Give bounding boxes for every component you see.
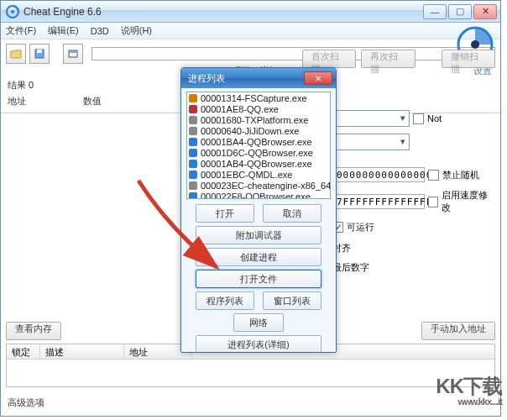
process-icon xyxy=(189,94,197,102)
window-title: Cheat Engine 6.6 xyxy=(24,6,423,18)
process-label: 00001314-FSCapture.exe xyxy=(201,93,307,103)
watermark: KK下载 www.kkx....it xyxy=(436,373,502,407)
maximize-button[interactable]: ▢ xyxy=(448,4,472,19)
process-label: 00001680-TXPlatform.exe xyxy=(201,115,308,125)
process-label: 00001BA4-QQBrowser.exe xyxy=(201,137,312,147)
range-start-input[interactable]: 0000000000000000 xyxy=(332,167,425,182)
process-item[interactable]: 00001314-FSCapture.exe xyxy=(187,92,330,103)
process-label: 00001AB4-QQBrowser.exe xyxy=(201,159,312,169)
menu-help[interactable]: 说明(H) xyxy=(121,24,152,37)
minimize-button[interactable]: — xyxy=(423,4,447,19)
app-icon xyxy=(6,5,19,18)
save-button[interactable] xyxy=(29,44,50,64)
advanced-options[interactable]: 高级选项 xyxy=(8,396,44,409)
dialog-titlebar: 进程列表 ✕ xyxy=(181,68,336,88)
not-label: Not xyxy=(427,113,442,123)
process-icon xyxy=(189,127,197,135)
create-process-button[interactable]: 创建进程 xyxy=(196,248,321,266)
process-list-detail-button[interactable]: 进程列表(详细) xyxy=(196,335,321,353)
process-icon xyxy=(189,149,197,157)
svg-rect-3 xyxy=(37,50,42,53)
open-file-dialog-button[interactable]: 打开文件 xyxy=(196,270,321,288)
process-item[interactable]: 00000640-JiJiDown.exe xyxy=(187,125,330,136)
add-address-button[interactable]: 手动加入地址 xyxy=(421,322,495,340)
menu-file[interactable]: 文件(F) xyxy=(6,24,36,37)
dialog-close-button[interactable]: ✕ xyxy=(304,71,332,85)
process-item[interactable]: 00001BA4-QQBrowser.exe xyxy=(187,136,330,147)
col-value: 数值 xyxy=(83,95,159,108)
col-lock: 锁定 xyxy=(7,344,40,359)
range-end-input[interactable]: 7FFFFFFFFFFFFFFF xyxy=(332,194,425,209)
process-icon xyxy=(189,181,197,190)
value-type-dropdown[interactable] xyxy=(332,110,410,127)
process-item[interactable]: 000023EC-cheatengine-x86_64.ex xyxy=(187,180,330,191)
process-item[interactable]: 00001EBC-QMDL.exe xyxy=(187,169,330,180)
process-icon xyxy=(189,192,197,200)
scan-options: Not 0000000000000000 禁止随机 7FFFFFFFFFFFFF… xyxy=(332,110,492,281)
process-icon xyxy=(189,105,197,113)
col-desc: 描述 xyxy=(40,344,124,359)
undo-scan-button[interactable]: 撤销扫描 xyxy=(442,50,495,68)
process-item[interactable]: 00001AE8-QQ.exe xyxy=(187,103,330,114)
last-digits-label: 最后数字 xyxy=(332,261,369,274)
scan-type-dropdown[interactable] xyxy=(332,134,410,150)
open-file-button[interactable] xyxy=(6,44,26,64)
close-button[interactable]: ✕ xyxy=(473,4,497,19)
svg-point-7 xyxy=(471,40,479,49)
process-label: 00001AE8-QQ.exe xyxy=(201,104,279,114)
cancel-button[interactable]: 取消 xyxy=(263,204,321,223)
process-item[interactable]: 00001D6C-QQBrowser.exe xyxy=(187,147,330,158)
window-list-tab[interactable]: 窗口列表 xyxy=(263,291,321,310)
open-process-button[interactable]: 打开 xyxy=(196,204,254,223)
process-icon xyxy=(189,116,197,124)
network-button[interactable]: 网络 xyxy=(233,313,284,332)
process-item[interactable]: 00001AB4-QQBrowser.exe xyxy=(187,158,330,169)
process-list-dialog: 进程列表 ✕ 00001314-FSCapture.exe00001AE8-QQ… xyxy=(180,67,337,353)
process-icon xyxy=(189,160,197,168)
process-icon xyxy=(189,138,197,146)
titlebar: Cheat Engine 6.6 — ▢ ✕ xyxy=(1,1,500,23)
runnable-label: 可运行 xyxy=(347,221,374,234)
svg-rect-5 xyxy=(70,51,76,53)
process-label: 000023EC-cheatengine-x86_64.ex xyxy=(201,181,331,191)
enable-speed-label: 启用速度修改 xyxy=(442,189,492,214)
process-label: 00000640-JiJiDown.exe xyxy=(201,126,299,136)
next-scan-button[interactable]: 再次扫描 xyxy=(361,50,415,68)
process-label: 000022F8-QQBrowser.exe xyxy=(201,192,311,200)
process-label: 00001D6C-QQBrowser.exe xyxy=(201,148,313,158)
process-label: 00001EBC-QMDL.exe xyxy=(201,170,292,180)
menubar: 文件(F) 编辑(E) D3D 说明(H) xyxy=(1,23,500,39)
disable-random-label: 禁止随机 xyxy=(442,169,479,181)
first-scan-button[interactable]: 首次扫描 xyxy=(302,50,356,68)
attach-debugger-button[interactable]: 附加调试器 xyxy=(196,226,321,244)
process-icon xyxy=(189,171,197,179)
process-item[interactable]: 00001680-TXPlatform.exe xyxy=(187,114,330,125)
not-checkbox[interactable] xyxy=(413,113,424,124)
dialog-title: 进程列表 xyxy=(188,72,304,85)
disable-random-checkbox[interactable] xyxy=(428,170,439,181)
process-item[interactable]: 000022F8-QQBrowser.exe xyxy=(187,191,330,199)
select-process-button[interactable] xyxy=(63,44,83,64)
menu-d3d[interactable]: D3D xyxy=(91,26,109,36)
col-address: 地址 xyxy=(8,95,50,108)
memory-view-button[interactable]: 查看内存 xyxy=(6,322,61,340)
process-list-tab[interactable]: 程序列表 xyxy=(196,291,254,310)
process-listbox[interactable]: 00001314-FSCapture.exe00001AE8-QQ.exe000… xyxy=(186,92,331,199)
enable-speed-checkbox[interactable] xyxy=(428,197,438,207)
menu-edit[interactable]: 编辑(E) xyxy=(48,24,79,37)
svg-point-1 xyxy=(11,10,14,13)
